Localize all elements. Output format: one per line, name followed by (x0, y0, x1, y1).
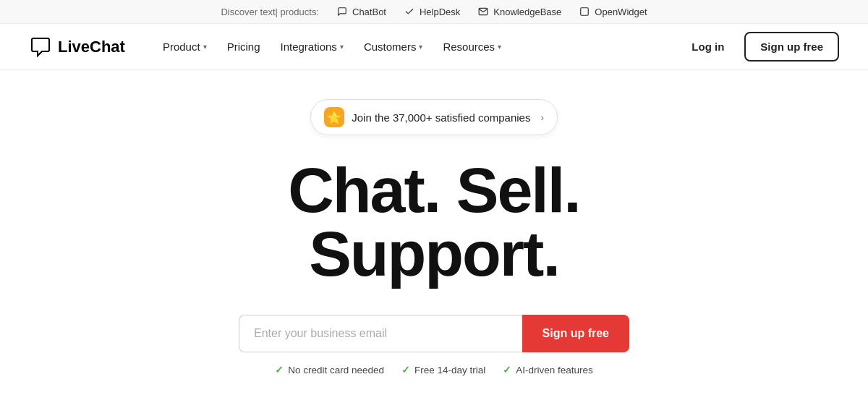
check-icon-trial: ✓ (401, 364, 410, 376)
customers-chevron-icon: ▾ (419, 43, 422, 51)
feature-bullets: ✓ No credit card needed ✓ Free 14-day tr… (275, 364, 593, 376)
logo-text: LiveChat (58, 38, 125, 56)
svg-rect-0 (581, 8, 589, 16)
star-badge-icon: ⭐ (324, 107, 344, 127)
nav-product-label: Product (163, 41, 200, 53)
login-button[interactable]: Log in (683, 35, 733, 59)
top-bar: Discover text| products: ChatBot HelpDes… (0, 0, 868, 24)
bullet-trial: ✓ Free 14-day trial (401, 364, 485, 376)
check-icon-no-cc: ✓ (275, 364, 284, 376)
helpdesk-icon (404, 6, 415, 17)
hero-section: ⭐ Join the 37,000+ satisfied companies ›… (0, 70, 868, 390)
hero-badge-text: Join the 37,000+ satisfied companies (352, 111, 530, 124)
nav-item-resources[interactable]: Resources ▾ (434, 35, 510, 59)
helpdesk-label: HelpDesk (420, 7, 460, 17)
nav-links: Product ▾ Pricing Integrations ▾ Custome… (154, 35, 683, 59)
resources-chevron-icon: ▾ (498, 43, 501, 51)
badge-chevron-icon: › (540, 112, 543, 123)
nav-item-pricing[interactable]: Pricing (218, 35, 269, 59)
integrations-chevron-icon: ▾ (340, 43, 344, 51)
hero-badge[interactable]: ⭐ Join the 37,000+ satisfied companies › (310, 99, 558, 135)
email-input[interactable] (239, 315, 522, 352)
signup-hero-button[interactable]: Sign up free (522, 315, 629, 352)
openwidget-icon (579, 6, 590, 17)
bullet-no-cc: ✓ No credit card needed (275, 364, 384, 376)
nav-item-integrations[interactable]: Integrations ▾ (271, 35, 352, 59)
bullet-trial-text: Free 14-day trial (414, 365, 485, 376)
nav-item-customers[interactable]: Customers ▾ (355, 35, 432, 59)
navbar: LiveChat Product ▾ Pricing Integrations … (0, 24, 868, 70)
bullet-ai: ✓ AI-driven features (503, 364, 593, 376)
knowledgebase-icon (477, 6, 489, 17)
nav-item-product[interactable]: Product ▾ (154, 35, 216, 59)
nav-customers-label: Customers (364, 41, 417, 53)
signup-form: Sign up free (239, 315, 629, 352)
nav-pricing-label: Pricing (227, 41, 260, 53)
logo-icon (29, 35, 52, 59)
product-chevron-icon: ▾ (203, 43, 207, 51)
bullet-ai-text: AI-driven features (516, 365, 593, 376)
topbar-helpdesk-link[interactable]: HelpDesk (404, 6, 460, 17)
topbar-chatbot-link[interactable]: ChatBot (336, 6, 386, 17)
signup-nav-button[interactable]: Sign up free (744, 32, 839, 61)
topbar-openwidget-link[interactable]: OpenWidget (579, 6, 647, 17)
hero-title-line1: Chat. Sell. (288, 154, 579, 226)
nav-integrations-label: Integrations (280, 41, 336, 53)
bullet-no-cc-text: No credit card needed (288, 365, 384, 376)
openwidget-label: OpenWidget (595, 7, 647, 17)
logo[interactable]: LiveChat (29, 35, 125, 59)
topbar-knowledgebase-link[interactable]: KnowledgeBase (477, 6, 561, 17)
hero-title: Chat. Sell. Support. (288, 158, 579, 286)
hero-title-line2: Support. (309, 218, 559, 289)
topbar-discover-label: Discover text| products: (221, 7, 319, 17)
chatbot-label: ChatBot (352, 7, 386, 17)
check-icon-ai: ✓ (503, 364, 511, 376)
nav-resources-label: Resources (443, 41, 495, 53)
nav-actions: Log in Sign up free (683, 32, 839, 61)
chatbot-icon (336, 6, 348, 17)
knowledgebase-label: KnowledgeBase (493, 7, 561, 17)
